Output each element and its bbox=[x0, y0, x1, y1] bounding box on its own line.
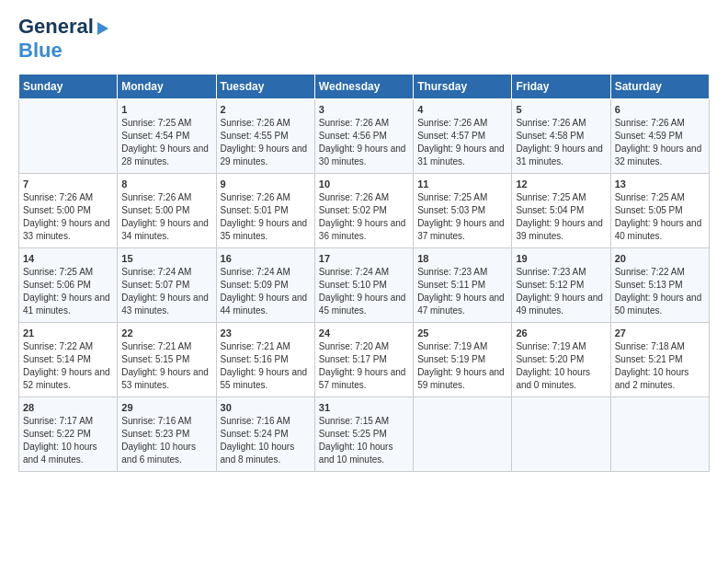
day-info: Sunrise: 7:20 AMSunset: 5:17 PMDaylight:… bbox=[319, 340, 409, 392]
day-number: 2 bbox=[221, 104, 311, 115]
cell-w3-d2: 23Sunrise: 7:21 AMSunset: 5:16 PMDayligh… bbox=[216, 323, 314, 397]
day-number: 24 bbox=[319, 327, 409, 339]
sunset: Sunset: 5:10 PM bbox=[319, 280, 387, 290]
sunrise: Sunrise: 7:22 AM bbox=[23, 341, 93, 351]
daylight: Daylight: 9 hours and 28 minutes. bbox=[121, 144, 209, 167]
cell-w2-d2: 16Sunrise: 7:24 AMSunset: 5:09 PMDayligh… bbox=[216, 248, 314, 323]
sunset: Sunset: 5:03 PM bbox=[417, 205, 485, 215]
daylight: Daylight: 9 hours and 43 minutes. bbox=[121, 293, 209, 316]
col-monday: Monday bbox=[118, 75, 216, 99]
sunset: Sunset: 5:05 PM bbox=[615, 205, 683, 215]
day-number: 7 bbox=[23, 178, 113, 190]
cell-w4-d0: 28Sunrise: 7:17 AMSunset: 5:22 PMDayligh… bbox=[19, 397, 118, 472]
sunrise: Sunrise: 7:23 AM bbox=[417, 267, 487, 277]
cell-w1-d2: 9Sunrise: 7:26 AMSunset: 5:01 PMDaylight… bbox=[216, 174, 314, 248]
day-info: Sunrise: 7:22 AMSunset: 5:13 PMDaylight:… bbox=[615, 266, 705, 317]
sunrise: Sunrise: 7:18 AM bbox=[615, 341, 685, 351]
day-info: Sunrise: 7:19 AMSunset: 5:19 PMDaylight:… bbox=[417, 340, 507, 392]
sunset: Sunset: 5:25 PM bbox=[319, 429, 387, 439]
day-number: 13 bbox=[615, 178, 705, 190]
sunrise: Sunrise: 7:26 AM bbox=[221, 118, 290, 128]
daylight: Daylight: 9 hours and 37 minutes. bbox=[417, 218, 505, 241]
sunrise: Sunrise: 7:24 AM bbox=[121, 267, 191, 277]
day-number: 10 bbox=[319, 178, 409, 190]
sunset: Sunset: 4:56 PM bbox=[319, 131, 387, 141]
sunrise: Sunrise: 7:26 AM bbox=[516, 118, 586, 128]
sunset: Sunset: 4:57 PM bbox=[417, 131, 485, 141]
day-info: Sunrise: 7:25 AMSunset: 5:04 PMDaylight:… bbox=[516, 191, 606, 243]
daylight: Daylight: 10 hours and 10 minutes. bbox=[319, 442, 393, 465]
calendar-table: SundayMondayTuesdayWednesdayThursdayFrid… bbox=[18, 74, 710, 472]
sunset: Sunset: 5:02 PM bbox=[319, 205, 387, 215]
sunset: Sunset: 5:24 PM bbox=[221, 429, 289, 439]
day-info: Sunrise: 7:26 AMSunset: 5:00 PMDaylight:… bbox=[121, 191, 211, 243]
daylight: Daylight: 10 hours and 8 minutes. bbox=[221, 442, 295, 465]
day-info: Sunrise: 7:19 AMSunset: 5:20 PMDaylight:… bbox=[516, 340, 606, 392]
cell-w0-d5: 5Sunrise: 7:26 AMSunset: 4:58 PMDaylight… bbox=[512, 99, 610, 174]
daylight: Daylight: 9 hours and 41 minutes. bbox=[23, 293, 110, 316]
sunset: Sunset: 5:12 PM bbox=[516, 280, 584, 290]
day-info: Sunrise: 7:21 AMSunset: 5:15 PMDaylight:… bbox=[121, 340, 211, 392]
sunrise: Sunrise: 7:25 AM bbox=[516, 192, 586, 202]
daylight: Daylight: 9 hours and 29 minutes. bbox=[221, 144, 308, 167]
sunset: Sunset: 4:54 PM bbox=[121, 131, 189, 141]
day-number: 4 bbox=[417, 104, 507, 115]
day-number: 26 bbox=[516, 327, 606, 339]
cell-w4-d1: 29Sunrise: 7:16 AMSunset: 5:23 PMDayligh… bbox=[118, 397, 216, 472]
sunset: Sunset: 5:15 PM bbox=[121, 354, 189, 364]
day-number: 18 bbox=[417, 253, 507, 264]
sunrise: Sunrise: 7:15 AM bbox=[319, 416, 389, 426]
cell-w2-d1: 15Sunrise: 7:24 AMSunset: 5:07 PMDayligh… bbox=[118, 248, 216, 323]
day-info: Sunrise: 7:25 AMSunset: 5:06 PMDaylight:… bbox=[23, 266, 113, 317]
day-number: 12 bbox=[516, 178, 606, 190]
cell-w2-d3: 17Sunrise: 7:24 AMSunset: 5:10 PMDayligh… bbox=[314, 248, 413, 323]
sunset: Sunset: 5:20 PM bbox=[516, 354, 584, 364]
cell-w1-d3: 10Sunrise: 7:26 AMSunset: 5:02 PMDayligh… bbox=[314, 174, 413, 248]
day-number: 31 bbox=[319, 402, 409, 413]
cell-w1-d5: 12Sunrise: 7:25 AMSunset: 5:04 PMDayligh… bbox=[512, 174, 610, 248]
day-number: 25 bbox=[417, 327, 507, 339]
daylight: Daylight: 9 hours and 35 minutes. bbox=[221, 218, 308, 241]
day-info: Sunrise: 7:24 AMSunset: 5:10 PMDaylight:… bbox=[319, 266, 409, 317]
cell-w1-d4: 11Sunrise: 7:25 AMSunset: 5:03 PMDayligh… bbox=[414, 174, 512, 248]
sunset: Sunset: 5:06 PM bbox=[23, 280, 91, 290]
page: General Blue SundayMondayTuesdayWednesda… bbox=[0, 0, 728, 481]
sunset: Sunset: 5:09 PM bbox=[221, 280, 289, 290]
day-number: 8 bbox=[121, 178, 211, 190]
day-number: 11 bbox=[417, 178, 507, 190]
daylight: Daylight: 9 hours and 32 minutes. bbox=[615, 144, 702, 167]
day-number: 1 bbox=[121, 104, 211, 115]
sunset: Sunset: 5:22 PM bbox=[23, 429, 91, 439]
daylight: Daylight: 10 hours and 0 minutes. bbox=[516, 367, 590, 390]
cell-w4-d2: 30Sunrise: 7:16 AMSunset: 5:24 PMDayligh… bbox=[216, 397, 314, 472]
daylight: Daylight: 9 hours and 36 minutes. bbox=[319, 218, 406, 241]
day-number: 5 bbox=[516, 104, 606, 115]
day-number: 19 bbox=[516, 253, 606, 264]
daylight: Daylight: 9 hours and 31 minutes. bbox=[516, 144, 603, 167]
day-info: Sunrise: 7:24 AMSunset: 5:09 PMDaylight:… bbox=[221, 266, 311, 317]
header: General Blue bbox=[18, 15, 710, 63]
col-thursday: Thursday bbox=[414, 75, 512, 99]
cell-w2-d4: 18Sunrise: 7:23 AMSunset: 5:11 PMDayligh… bbox=[414, 248, 512, 323]
day-info: Sunrise: 7:26 AMSunset: 4:58 PMDaylight:… bbox=[516, 117, 606, 168]
col-tuesday: Tuesday bbox=[216, 75, 314, 99]
day-info: Sunrise: 7:26 AMSunset: 5:02 PMDaylight:… bbox=[319, 191, 409, 243]
cell-w2-d6: 20Sunrise: 7:22 AMSunset: 5:13 PMDayligh… bbox=[610, 248, 709, 323]
daylight: Daylight: 9 hours and 50 minutes. bbox=[615, 293, 702, 316]
daylight: Daylight: 9 hours and 30 minutes. bbox=[319, 144, 406, 167]
sunrise: Sunrise: 7:25 AM bbox=[615, 192, 685, 202]
sunrise: Sunrise: 7:20 AM bbox=[319, 341, 389, 351]
sunset: Sunset: 5:21 PM bbox=[615, 354, 683, 364]
sunrise: Sunrise: 7:25 AM bbox=[417, 192, 487, 202]
sunrise: Sunrise: 7:22 AM bbox=[615, 267, 685, 277]
day-info: Sunrise: 7:22 AMSunset: 5:14 PMDaylight:… bbox=[23, 340, 113, 392]
sunset: Sunset: 5:19 PM bbox=[417, 354, 485, 364]
sunrise: Sunrise: 7:21 AM bbox=[221, 341, 290, 351]
cell-w3-d6: 27Sunrise: 7:18 AMSunset: 5:21 PMDayligh… bbox=[610, 323, 709, 397]
day-info: Sunrise: 7:18 AMSunset: 5:21 PMDaylight:… bbox=[615, 340, 705, 392]
daylight: Daylight: 9 hours and 52 minutes. bbox=[23, 367, 110, 390]
day-info: Sunrise: 7:26 AMSunset: 4:59 PMDaylight:… bbox=[615, 117, 705, 168]
cell-w3-d5: 26Sunrise: 7:19 AMSunset: 5:20 PMDayligh… bbox=[512, 323, 610, 397]
cell-w1-d1: 8Sunrise: 7:26 AMSunset: 5:00 PMDaylight… bbox=[118, 174, 216, 248]
sunrise: Sunrise: 7:26 AM bbox=[615, 118, 685, 128]
